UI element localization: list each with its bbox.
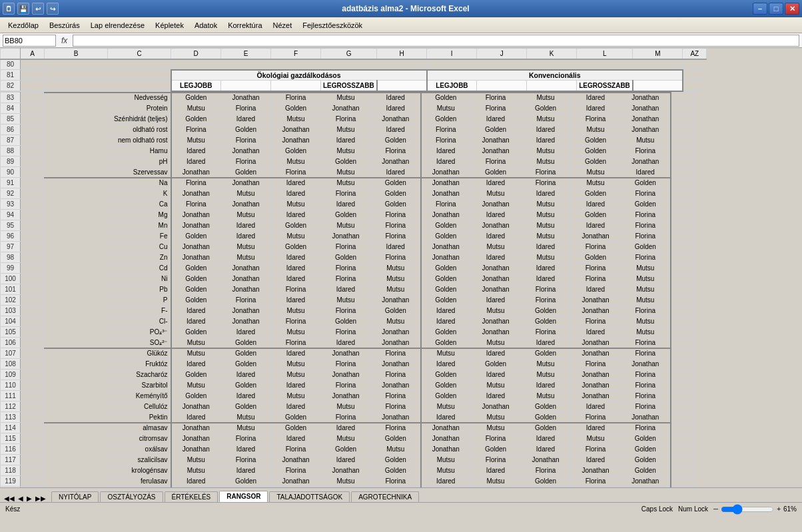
group-label (45, 93, 108, 178)
menu-formulas[interactable]: Képletek (150, 20, 189, 31)
undo-btn[interactable]: ↩ (32, 3, 44, 15)
data-cell: Mutsu (621, 327, 671, 338)
data-cell: Florina (321, 263, 371, 274)
col-B[interactable]: B (45, 49, 108, 59)
sub-label: Cellulóz (108, 401, 171, 412)
data-cell: Idared (521, 125, 571, 135)
menu-review[interactable]: Korrektúra (222, 20, 267, 31)
data-cell: Golden (321, 210, 371, 220)
tab-nav-last[interactable]: ▶▶ (34, 495, 47, 502)
col-D[interactable]: D (171, 49, 221, 59)
data-cell: Jonathan (221, 263, 271, 274)
col-J[interactable]: J (477, 49, 527, 59)
menu-view[interactable]: Nézet (268, 20, 298, 31)
data-cell: Florina (521, 465, 571, 476)
col-F[interactable]: F (271, 49, 321, 59)
data-cell: Golden (521, 423, 571, 433)
close-btn[interactable]: ✕ (785, 3, 799, 15)
redo-btn[interactable]: ↪ (47, 3, 59, 15)
data-cell: Mutsu (521, 370, 571, 380)
data-cell: Jonathan (321, 370, 371, 380)
menu-developer[interactable]: Fejlesztőeszközök (297, 20, 368, 31)
data-cell: Florina (371, 370, 421, 380)
name-box[interactable] (3, 35, 56, 47)
tab-rangsor[interactable]: RANGSOR (219, 491, 268, 502)
col-K[interactable]: K (527, 49, 577, 59)
data-cell: Golden (621, 465, 671, 476)
sub-label: Cd (108, 263, 171, 274)
col-H[interactable]: H (377, 49, 427, 59)
data-cell: Mutsu (271, 199, 321, 210)
data-cell: Jonathan (171, 444, 221, 455)
zoom-slider[interactable] (721, 504, 774, 515)
data-cell: Jonathan (421, 167, 471, 178)
data-cell: Florina (271, 284, 321, 295)
data-cell: Mutsu (571, 125, 621, 135)
tab-osztalyozas[interactable]: OSZTÁLYOZÁS (100, 491, 163, 502)
menu-layout[interactable]: Lap elrendezése (85, 20, 150, 31)
tab-nav-next[interactable]: ▶ (25, 495, 33, 502)
data-cell: Idared (571, 220, 621, 231)
save-btn[interactable]: 💾 (17, 3, 29, 15)
data-cell: Jonathan (371, 114, 421, 125)
sub-label: Fe (108, 231, 171, 242)
data-cell: Mutsu (471, 412, 521, 423)
data-cell: Idared (371, 167, 421, 178)
data-cell: Mutsu (521, 210, 571, 220)
data-cell: Florina (421, 135, 471, 146)
col-I[interactable]: I (427, 49, 477, 59)
menu-home[interactable]: Kezdőlap (3, 20, 44, 31)
data-cell: Florina (221, 103, 271, 114)
data-cell: Golden (371, 455, 421, 465)
col-C[interactable]: C (108, 49, 171, 59)
menu-data[interactable]: Adatok (189, 20, 222, 31)
data-cell: Jonathan (221, 284, 271, 295)
excel-icon[interactable]: 🗒 (3, 3, 15, 15)
data-cell: Jonathan (621, 156, 671, 167)
data-cell: Jonathan (471, 199, 521, 210)
data-cell: Golden (221, 348, 271, 359)
data-cell: Florina (571, 412, 621, 423)
data-cell: Jonathan (471, 284, 521, 295)
tab-ertekeles[interactable]: ÉRTÉKELÉS (165, 491, 218, 502)
tab-nyitolap[interactable]: NYITÓLAP (51, 491, 99, 502)
minimize-btn[interactable]: – (753, 3, 767, 15)
data-cell: Mutsu (171, 348, 221, 359)
col-AZ[interactable]: AZ (683, 49, 707, 59)
data-cell: Florina (621, 146, 671, 156)
tab-talajadottsagok[interactable]: TALAJADOTTSÁGOK (269, 491, 350, 502)
data-cell: Mutsu (521, 146, 571, 156)
data-cell: Florina (471, 455, 521, 465)
formula-input[interactable] (73, 35, 799, 47)
data-cell: Florina (521, 167, 571, 178)
data-cell: Florina (521, 295, 571, 306)
col-E[interactable]: E (221, 49, 271, 59)
col-G[interactable]: G (321, 49, 377, 59)
col-L[interactable]: L (577, 49, 633, 59)
tab-nav-prev[interactable]: ◀ (17, 495, 25, 502)
data-cell: Florina (621, 306, 671, 316)
menu-insert[interactable]: Beszúrás (44, 20, 85, 31)
data-cell: Idared (271, 295, 321, 306)
data-cell: Mutsu (321, 93, 371, 103)
maximize-btn[interactable]: □ (769, 3, 783, 15)
data-cell: Jonathan (521, 455, 571, 465)
data-cell: Florina (621, 210, 671, 220)
data-cell: Jonathan (421, 433, 471, 444)
data-cell: Florina (371, 252, 421, 263)
tab-agrotechnika[interactable]: AGROTECHNIKA (351, 491, 419, 502)
data-cell: Golden (571, 188, 621, 199)
row-num-96: 96 (1, 231, 21, 242)
col-A[interactable]: A (21, 49, 45, 59)
status-ready: Kész (5, 505, 20, 513)
zoom-control[interactable]: ─ + 61% (713, 504, 797, 515)
data-rows-table: 83NedvességGoldenJonathanFlorinaMutsuIda… (0, 92, 695, 488)
row-num-112: 112 (1, 401, 21, 412)
sub-label: szalicilsav (108, 455, 171, 465)
data-cell: Mutsu (321, 476, 371, 487)
tab-nav-first[interactable]: ◀◀ (3, 495, 16, 502)
menu-bar: Kezdőlap Beszúrás Lap elrendezése Képlet… (0, 17, 802, 33)
capslock-status: Caps Lock (641, 505, 673, 513)
data-cell: Jonathan (271, 135, 321, 146)
col-M[interactable]: M (633, 49, 683, 59)
